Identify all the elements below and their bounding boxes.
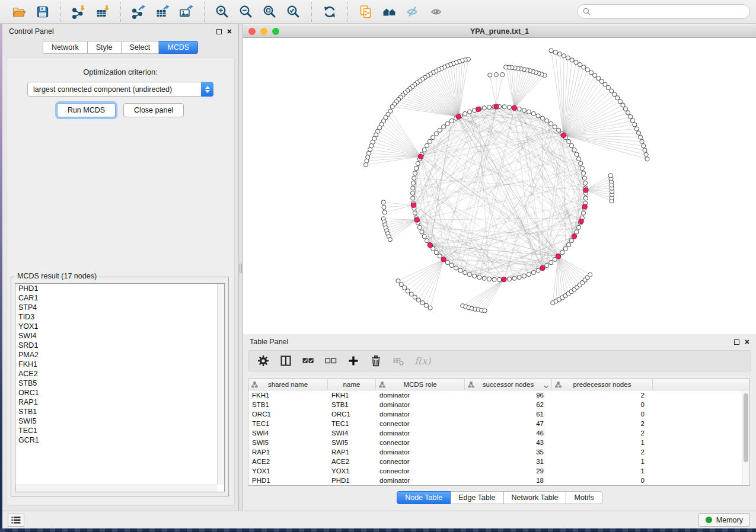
table-cell[interactable]: PHD1: [328, 476, 376, 485]
tab-select[interactable]: Select: [122, 41, 160, 54]
table-row[interactable]: TEC1TEC1connector472: [248, 419, 749, 428]
float-panel-icon[interactable]: [734, 339, 739, 345]
mcds-result-item[interactable]: SWI4: [15, 331, 224, 341]
tab-edge-table[interactable]: Edge Table: [451, 491, 503, 504]
optimization-criterion-select[interactable]: largest connected component (undirected): [27, 82, 213, 97]
network-canvas[interactable]: [243, 38, 756, 334]
table-cell[interactable]: 1: [552, 457, 653, 466]
table-row[interactable]: ACE2ACE2connector311: [248, 457, 749, 466]
table-cell[interactable]: 29: [465, 466, 552, 476]
tab-node-table[interactable]: Node Table: [397, 491, 451, 504]
table-cell[interactable]: RAP1: [328, 447, 376, 457]
table-options-gear-icon[interactable]: [257, 354, 270, 367]
column-header-shared-name[interactable]: shared name: [248, 379, 328, 390]
table-cell[interactable]: 35: [465, 447, 552, 457]
table-cell[interactable]: 18: [465, 476, 552, 485]
table-cell[interactable]: ORC1: [248, 409, 328, 419]
table-cell[interactable]: 1: [552, 466, 653, 476]
table-cell[interactable]: 46: [465, 428, 552, 438]
save-session-icon[interactable]: [31, 2, 55, 22]
table-cell[interactable]: dominator: [376, 476, 465, 485]
mcds-result-item[interactable]: TID3: [15, 312, 224, 322]
mcds-result-item[interactable]: STP4: [15, 303, 224, 312]
result-list-hscrollbar[interactable]: [15, 485, 217, 492]
mcds-result-list[interactable]: PHD1CAR1STP4TID3YOX1SWI4SRD1PMA2FKH1ACE2…: [15, 283, 225, 492]
table-cell[interactable]: 62: [465, 400, 552, 409]
table-cell[interactable]: dominator: [376, 400, 465, 409]
table-cell[interactable]: dominator: [376, 409, 465, 419]
zoom-selected-icon[interactable]: [282, 2, 305, 22]
clone-network-icon[interactable]: [354, 2, 378, 22]
table-cell[interactable]: 47: [465, 419, 552, 428]
table-cell[interactable]: STB1: [248, 400, 328, 409]
task-history-button[interactable]: [8, 514, 24, 527]
table-cell[interactable]: 2: [552, 428, 653, 438]
table-cell[interactable]: FKH1: [328, 390, 376, 400]
mcds-result-item[interactable]: STB5: [15, 379, 224, 388]
table-cell[interactable]: ACE2: [248, 457, 328, 466]
table-cell[interactable]: 43: [465, 438, 552, 447]
table-cell[interactable]: connector: [376, 466, 465, 476]
mcds-result-item[interactable]: ACE2: [15, 369, 224, 379]
mcds-result-item[interactable]: PHD1: [15, 284, 224, 293]
mcds-result-item[interactable]: FKH1: [15, 360, 224, 369]
mcds-result-item[interactable]: SWI5: [15, 416, 224, 426]
export-network-icon[interactable]: [127, 2, 151, 22]
add-column-icon[interactable]: [347, 354, 360, 367]
column-header-MCDS-role[interactable]: MCDS role: [376, 379, 465, 390]
import-table-icon[interactable]: [91, 2, 114, 22]
table-cell[interactable]: 2: [552, 447, 653, 457]
table-cell[interactable]: 31: [465, 457, 552, 466]
table-row[interactable]: YOX1YOX1connector291: [248, 466, 749, 476]
table-cell[interactable]: 2: [552, 390, 653, 400]
export-table-icon[interactable]: [151, 2, 174, 22]
table-cell[interactable]: dominator: [376, 390, 465, 400]
open-file-icon[interactable]: [7, 2, 31, 22]
table-row[interactable]: RAP1RAP1dominator352: [248, 447, 749, 457]
table-cell[interactable]: 1: [552, 438, 653, 447]
table-cell[interactable]: 0: [552, 476, 653, 485]
close-panel-button[interactable]: Close panel: [123, 103, 184, 117]
close-panel-icon[interactable]: ×: [745, 339, 749, 345]
table-cell[interactable]: 96: [465, 390, 552, 400]
first-neighbors-icon[interactable]: [378, 2, 401, 22]
table-cell[interactable]: STB1: [328, 400, 376, 409]
table-row[interactable]: STB1STB1dominator620: [248, 400, 749, 409]
table-cell[interactable]: 0: [552, 400, 653, 409]
table-cell[interactable]: 0: [552, 409, 653, 419]
table-cell[interactable]: connector: [376, 438, 465, 447]
column-header-predecessor-nodes[interactable]: predecessor nodes: [552, 379, 653, 390]
mcds-result-item[interactable]: TEC1: [15, 426, 224, 435]
divider-grip[interactable]: [240, 264, 242, 273]
table-cell[interactable]: SWI4: [248, 428, 328, 438]
mcds-result-item[interactable]: RAP1: [15, 398, 224, 407]
zoom-out-icon[interactable]: [234, 2, 258, 22]
table-cell[interactable]: ORC1: [328, 409, 376, 419]
hide-selected-icon[interactable]: [401, 2, 425, 22]
column-header-name[interactable]: name: [328, 379, 376, 390]
sort-chevron-icon[interactable]: [544, 385, 548, 389]
table-scrollbar-thumb[interactable]: [744, 393, 748, 462]
table-cell[interactable]: ACE2: [328, 457, 376, 466]
table-cell[interactable]: YOX1: [248, 466, 328, 476]
mcds-result-item[interactable]: GCR1: [15, 435, 224, 445]
table-cell[interactable]: FKH1: [248, 390, 328, 400]
table-row[interactable]: FKH1FKH1dominator962: [248, 390, 749, 400]
refresh-icon[interactable]: [318, 2, 342, 22]
mcds-result-item[interactable]: YOX1: [15, 322, 224, 331]
column-header-successor-nodes[interactable]: successor nodes: [465, 379, 552, 390]
minimize-window-icon[interactable]: [260, 28, 267, 35]
close-window-icon[interactable]: [248, 28, 256, 35]
run-mcds-button[interactable]: Run MCDS: [57, 103, 116, 117]
import-network-icon[interactable]: [67, 2, 91, 22]
table-cell[interactable]: TEC1: [248, 419, 328, 428]
table-row[interactable]: ORC1ORC1dominator610: [248, 409, 749, 419]
mcds-result-item[interactable]: CAR1: [15, 293, 224, 303]
show-all-icon[interactable]: [425, 2, 449, 22]
tab-network-table[interactable]: Network Table: [504, 491, 567, 504]
tab-motifs[interactable]: Motifs: [566, 491, 602, 504]
table-row[interactable]: SWI5SWI5connector431: [248, 438, 749, 447]
table-cell[interactable]: connector: [376, 419, 465, 428]
table-vscrollbar[interactable]: [742, 391, 749, 485]
tab-mcds[interactable]: MCDS: [159, 41, 198, 54]
